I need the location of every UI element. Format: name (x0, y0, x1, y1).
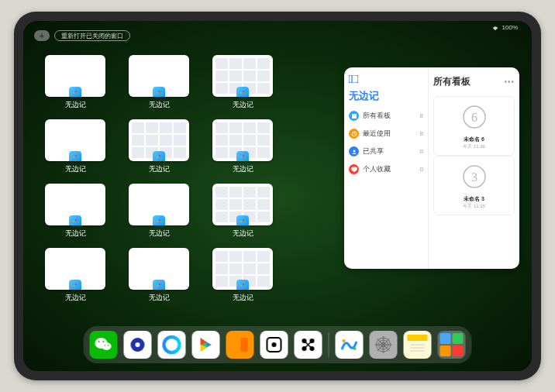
freeform-icon (69, 87, 81, 97)
dock-app-quark[interactable] (124, 331, 152, 359)
dock-app-books[interactable] (226, 331, 254, 359)
board-preview: 6 (459, 101, 490, 132)
panel-content-title: 所有看板 (433, 75, 471, 88)
thumbnail-label: 无边记 (233, 164, 253, 174)
board-name: 未命名 6 (439, 136, 509, 143)
freeform-icon (236, 280, 249, 290)
svg-point-17 (164, 337, 180, 352)
freeform-icon (153, 87, 165, 97)
svg-text:3: 3 (471, 170, 477, 184)
freeform-icon (69, 151, 81, 161)
board-time: 今天 11:26 (439, 143, 509, 150)
board-card[interactable]: 6 未命名 6 今天 11:26 (433, 96, 515, 156)
thumbnail-label: 无边记 (149, 293, 170, 303)
board-name: 未命名 3 (439, 195, 509, 203)
freeform-icon (236, 87, 249, 97)
thumbnail-label: 无边记 (65, 229, 86, 239)
app-panel[interactable]: 无边记 所有看板 8 最近使用 8 已共享 0 个人收藏 0 所有看板 ••• (344, 67, 519, 269)
dock-app-settings[interactable] (370, 331, 398, 359)
svg-point-12 (105, 345, 106, 346)
window-thumbnail[interactable]: 无边记 (212, 55, 273, 110)
svg-point-15 (136, 342, 140, 347)
dock-app-qq-browser[interactable] (158, 331, 186, 359)
category-icon (349, 111, 359, 121)
freeform-icon (153, 151, 165, 161)
reopen-closed-window-button[interactable]: 重新打开已关闭的窗口 (54, 30, 130, 41)
category-label: 已共享 (363, 146, 384, 156)
thumbnail-label: 无边记 (233, 293, 253, 303)
thumbnail-label: 无边记 (233, 100, 253, 110)
more-icon[interactable]: ••• (504, 77, 515, 86)
window-thumbnail[interactable]: 无边记 (45, 248, 105, 303)
svg-point-28 (343, 339, 346, 342)
svg-point-29 (353, 347, 357, 350)
freeform-icon (69, 215, 81, 225)
window-thumbnail[interactable]: 无边记 (129, 184, 189, 239)
plus-button[interactable]: + (34, 30, 50, 41)
svg-rect-18 (233, 338, 240, 352)
freeform-icon (236, 151, 249, 161)
category-item[interactable]: 所有看板 8 (349, 111, 423, 121)
wifi-icon (491, 25, 499, 31)
panel-sidebar: 无边记 所有看板 8 最近使用 8 已共享 0 个人收藏 0 (344, 67, 428, 269)
svg-rect-0 (349, 75, 358, 83)
panel-content: 所有看板 ••• 6 未命名 6 今天 11:26 3 未命名 3 今天 11:… (428, 67, 519, 269)
top-controls: + 重新打开已关闭的窗口 (34, 30, 130, 41)
category-count: 8 (420, 130, 423, 137)
window-thumbnail[interactable]: 无边记 (129, 55, 189, 110)
dock-app-wechat[interactable] (90, 331, 118, 359)
window-thumbnail[interactable]: 无边记 (45, 55, 105, 110)
sidebar-title: 无边记 (349, 89, 423, 103)
svg-rect-19 (241, 338, 248, 352)
svg-point-13 (108, 345, 109, 346)
thumbnail-label: 无边记 (65, 293, 86, 303)
dock-app-element[interactable] (295, 331, 322, 359)
category-item[interactable]: 已共享 0 (349, 146, 423, 156)
freeform-icon (153, 280, 165, 290)
status-bar: 100% (491, 24, 518, 31)
dock-app-group[interactable] (438, 331, 466, 359)
window-thumbnail[interactable]: 无边记 (212, 119, 273, 174)
category-label: 个人收藏 (363, 164, 391, 174)
svg-text:6: 6 (471, 111, 477, 124)
category-item[interactable]: 个人收藏 0 (349, 164, 423, 174)
svg-point-11 (103, 341, 105, 342)
sidebar-icon[interactable] (349, 75, 423, 84)
category-count: 8 (420, 112, 423, 119)
category-item[interactable]: 最近使用 8 (349, 129, 423, 139)
category-icon (349, 146, 359, 156)
window-thumbnail[interactable]: 无边记 (212, 184, 273, 239)
thumbnail-label: 无边记 (149, 229, 170, 239)
board-time: 今天 11:25 (439, 203, 509, 210)
window-thumbnail[interactable]: 无边记 (129, 119, 189, 174)
category-count: 0 (420, 166, 423, 173)
thumbnail-label: 无边记 (65, 164, 86, 174)
category-icon (349, 164, 359, 174)
category-label: 所有看板 (363, 111, 391, 121)
svg-point-3 (353, 150, 355, 152)
svg-point-10 (98, 341, 100, 342)
thumbnail-label: 无边记 (149, 164, 170, 174)
dock-app-freeform[interactable] (336, 331, 364, 359)
window-thumbnail[interactable]: 无边记 (45, 119, 105, 174)
dock-app-notes[interactable] (404, 331, 432, 359)
dock-divider (329, 332, 329, 357)
ipad-frame: 100% + 重新打开已关闭的窗口 无边记无边记无边记无边记无边记无边记无边记无… (14, 12, 541, 380)
board-card[interactable]: 3 未命名 3 今天 11:25 (433, 156, 515, 215)
freeform-icon (69, 280, 81, 290)
board-preview: 3 (459, 161, 490, 192)
dock-app-play[interactable] (192, 331, 220, 359)
window-thumbnail[interactable]: 无边记 (212, 248, 273, 303)
dock-app-dice[interactable] (260, 331, 288, 359)
freeform-icon (236, 215, 249, 225)
window-thumbnail[interactable]: 无边记 (129, 248, 189, 303)
screen: 100% + 重新打开已关闭的窗口 无边记无边记无边记无边记无边记无边记无边记无… (23, 21, 532, 371)
window-thumbnail[interactable]: 无边记 (45, 184, 105, 239)
category-count: 0 (420, 148, 423, 155)
thumbnail-label: 无边记 (65, 100, 86, 110)
category-icon (349, 129, 359, 139)
svg-point-21 (272, 342, 277, 347)
dock (84, 326, 472, 363)
svg-rect-37 (408, 335, 428, 341)
category-label: 最近使用 (363, 129, 391, 139)
